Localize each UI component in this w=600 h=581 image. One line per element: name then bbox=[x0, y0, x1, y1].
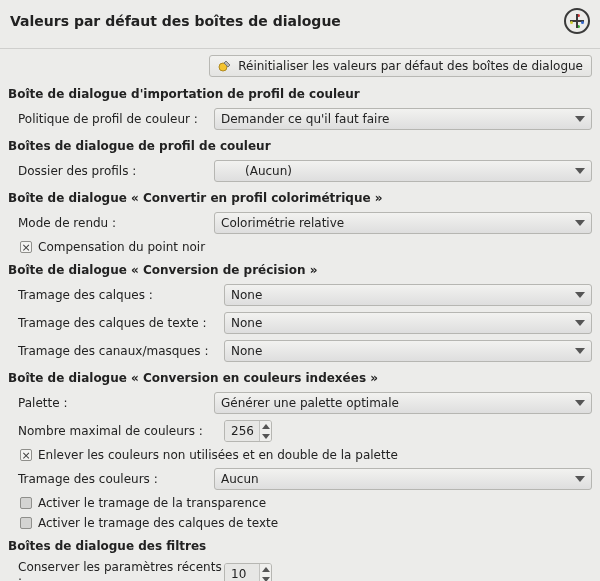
palette-select[interactable]: Générer une palette optimale bbox=[214, 392, 592, 414]
dither-layers-label: Tramage des calques : bbox=[6, 288, 224, 302]
keep-recent-step-up[interactable] bbox=[260, 564, 271, 574]
section-color-import-title: Boîte de dialogue d'importation de profi… bbox=[8, 87, 594, 101]
remove-dup-checkbox[interactable] bbox=[20, 449, 32, 461]
section-convert-profile-title: Boîte de dialogue « Convertir en profil … bbox=[8, 191, 594, 205]
remove-dup-label: Enlever les couleurs non utilisées et en… bbox=[38, 448, 398, 462]
keep-recent-spinner[interactable]: 10 bbox=[224, 563, 272, 581]
render-mode-select[interactable]: Colorimétrie relative bbox=[214, 212, 592, 234]
profile-folder-label: Dossier des profils : bbox=[6, 164, 214, 178]
dither-text-layers-value: None bbox=[231, 316, 262, 330]
keep-recent-value[interactable]: 10 bbox=[225, 564, 259, 581]
reset-defaults-button[interactable]: Réinitialiser les valeurs par défaut des… bbox=[209, 55, 592, 77]
textlayer-dither-label: Activer le tramage des calques de texte bbox=[38, 516, 278, 530]
policy-value: Demander ce qu'il faut faire bbox=[221, 112, 390, 126]
reset-icon bbox=[218, 59, 232, 73]
palette-value: Générer une palette optimale bbox=[221, 396, 399, 410]
maxcolors-step-up[interactable] bbox=[260, 421, 271, 431]
color-dither-select[interactable]: Aucun bbox=[214, 468, 592, 490]
profile-folder-select[interactable]: (Aucun) bbox=[214, 160, 592, 182]
chevron-down-icon bbox=[575, 168, 585, 174]
chevron-down-icon bbox=[575, 116, 585, 122]
render-mode-label: Mode de rendu : bbox=[6, 216, 214, 230]
section-indexed-title: Boîte de dialogue « Conversion en couleu… bbox=[8, 371, 594, 385]
settings-content: Boîte de dialogue d'importation de profi… bbox=[0, 87, 600, 581]
chevron-down-icon bbox=[575, 476, 585, 482]
textlayer-dither-checkbox[interactable] bbox=[20, 517, 32, 529]
maxcolors-value[interactable]: 256 bbox=[225, 421, 259, 441]
keep-recent-step-down[interactable] bbox=[260, 574, 271, 581]
preferences-icon bbox=[564, 8, 590, 34]
keep-recent-label: Conserver les paramètres récents : bbox=[6, 560, 224, 581]
transparency-dither-label: Activer le tramage de la transparence bbox=[38, 496, 266, 510]
color-dither-value: Aucun bbox=[221, 472, 259, 486]
dither-channels-value: None bbox=[231, 344, 262, 358]
section-filters-title: Boîtes de dialogue des filtres bbox=[8, 539, 594, 553]
dither-layers-select[interactable]: None bbox=[224, 284, 592, 306]
chevron-down-icon bbox=[575, 292, 585, 298]
policy-label: Politique de profil de couleur : bbox=[6, 112, 214, 126]
page-title: Valeurs par défaut des boîtes de dialogu… bbox=[10, 13, 341, 29]
bpc-label: Compensation du point noir bbox=[38, 240, 205, 254]
maxcolors-label: Nombre maximal de couleurs : bbox=[6, 424, 224, 438]
transparency-dither-checkbox[interactable] bbox=[20, 497, 32, 509]
dither-channels-label: Tramage des canaux/masques : bbox=[6, 344, 224, 358]
dither-layers-value: None bbox=[231, 288, 262, 302]
policy-select[interactable]: Demander ce qu'il faut faire bbox=[214, 108, 592, 130]
chevron-down-icon bbox=[575, 348, 585, 354]
color-dither-label: Tramage des couleurs : bbox=[6, 472, 214, 486]
section-precision-title: Boîte de dialogue « Conversion de précis… bbox=[8, 263, 594, 277]
reset-row: Réinitialiser les valeurs par défaut des… bbox=[0, 49, 600, 81]
maxcolors-spinner[interactable]: 256 bbox=[224, 420, 272, 442]
section-color-profile-title: Boîtes de dialogue de profil de couleur bbox=[8, 139, 594, 153]
render-mode-value: Colorimétrie relative bbox=[221, 216, 344, 230]
maxcolors-step-down[interactable] bbox=[260, 431, 271, 441]
dither-text-layers-select[interactable]: None bbox=[224, 312, 592, 334]
reset-defaults-label: Réinitialiser les valeurs par défaut des… bbox=[238, 59, 583, 73]
bpc-checkbox[interactable] bbox=[20, 241, 32, 253]
chevron-down-icon bbox=[575, 400, 585, 406]
profile-folder-value: (Aucun) bbox=[221, 164, 292, 178]
dialog-header: Valeurs par défaut des boîtes de dialogu… bbox=[0, 0, 600, 49]
chevron-down-icon bbox=[575, 320, 585, 326]
dither-channels-select[interactable]: None bbox=[224, 340, 592, 362]
dither-text-layers-label: Tramage des calques de texte : bbox=[6, 316, 224, 330]
chevron-down-icon bbox=[575, 220, 585, 226]
palette-label: Palette : bbox=[6, 396, 214, 410]
